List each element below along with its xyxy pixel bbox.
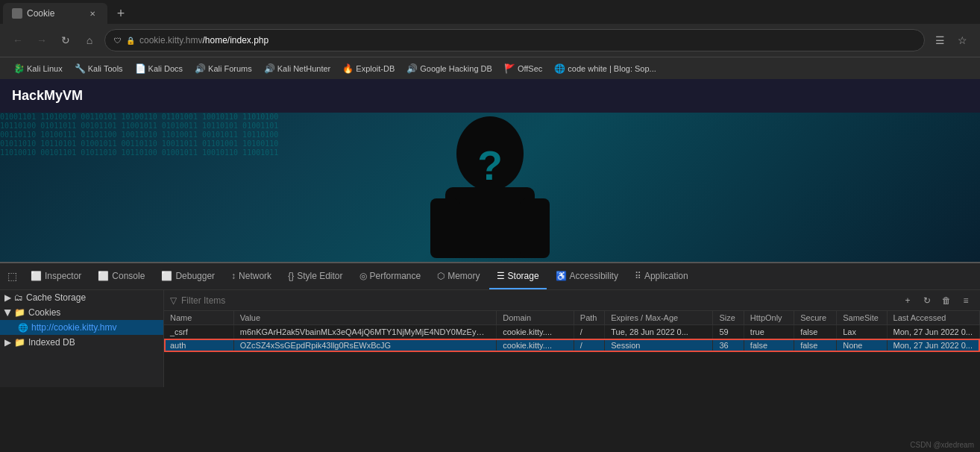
- table-cell: false: [744, 339, 794, 352]
- bookmark-offsec[interactable]: 🚩 OffSec: [500, 62, 547, 75]
- memory-icon: ⬡: [437, 271, 445, 281]
- tab-memory[interactable]: ⬡ Memory: [430, 263, 487, 289]
- lock-icon: 🔒: [126, 37, 135, 45]
- debugger-icon: ⬜: [161, 271, 172, 281]
- table-cell: auth: [164, 339, 233, 352]
- refresh-button[interactable]: ↻: [919, 292, 935, 309]
- tab-debugger[interactable]: ⬜ Debugger: [154, 263, 222, 289]
- folder-icon: 🗂: [14, 292, 23, 303]
- inspector-icon: ⬜: [31, 271, 42, 281]
- col-header-httponly: HttpOnly: [744, 311, 794, 325]
- application-icon: ⠿: [635, 271, 641, 281]
- site-title: HackMyVM: [12, 88, 83, 103]
- storage-main-panel: ▽ + ↻ 🗑 ≡ Name Value Domain: [164, 290, 980, 387]
- cookies-label: Cookies: [28, 307, 60, 318]
- svg-rect-2: [430, 198, 460, 258]
- tab-application[interactable]: ⠿ Application: [627, 263, 696, 289]
- indexed-db-folder-icon: 📁: [14, 337, 25, 348]
- table-cell: false: [794, 339, 837, 352]
- tab-network[interactable]: ↕ Network: [224, 263, 279, 289]
- col-header-samesite: SameSite: [837, 311, 887, 325]
- table-cell: cookie.kitty....: [497, 325, 574, 339]
- table-cell: 36: [713, 339, 744, 352]
- bookmark-label: Exploit-DB: [356, 64, 395, 73]
- bookmark-kali-docs[interactable]: 📄 Kali Docs: [131, 62, 187, 75]
- cookies-table-wrapper: Name Value Domain Path Expires / Max-Age…: [164, 311, 980, 387]
- table-row[interactable]: _csrfm6nKGArH2ak5VbainMLx3eQA4jQ6MTY1NjM…: [164, 325, 980, 339]
- security-icon: 🛡: [114, 37, 122, 45]
- bookmark-label: Kali Docs: [148, 64, 183, 73]
- bookmark-label: code white | Blog: Sop...: [568, 64, 656, 73]
- table-cell: OZcSZ4xSsGEpdRpik43llg0RsEWxBcJG: [233, 339, 496, 352]
- cookie-domain-label: http://cookie.kitty.hmv: [31, 322, 117, 333]
- new-tab-button[interactable]: +: [110, 3, 131, 24]
- storage-icon: ☰: [497, 271, 505, 281]
- sidebar-group-cache-storage[interactable]: ▶ 🗂 Cache Storage: [0, 290, 163, 305]
- devtools-toolbar: ⬚ ⬜ Inspector ⬜ Console ⬜ Debugger ↕ Net…: [0, 263, 980, 290]
- filter-columns-button[interactable]: ≡: [958, 292, 974, 309]
- delete-button[interactable]: 🗑: [938, 292, 955, 309]
- sidebar-group-indexed-db[interactable]: ▶ 📁 Indexed DB: [0, 335, 163, 350]
- globe-icon: 🌐: [18, 323, 28, 333]
- table-cell: m6nKGArH2ak5VbainMLx3eQA4jQ6MTY1NjMyMjE4…: [233, 325, 496, 339]
- back-button[interactable]: ←: [9, 31, 27, 49]
- code-white-icon: 🌐: [554, 63, 565, 74]
- sidebar-group-cookies[interactable]: ▶ 📁 Cookies: [0, 305, 163, 320]
- col-header-name: Name: [164, 311, 233, 325]
- cache-storage-label: Cache Storage: [26, 292, 86, 303]
- table-cell: cookie.kitty....: [497, 339, 574, 352]
- tab-storage[interactable]: ☰ Storage: [489, 263, 547, 289]
- reader-view-icon[interactable]: ☰: [931, 31, 949, 49]
- console-icon: ⬜: [98, 271, 109, 281]
- col-header-value: Value: [233, 311, 496, 325]
- tab-accessibility-label: Accessibility: [570, 271, 618, 281]
- kali-tools-icon: 🔧: [75, 63, 86, 74]
- google-hacking-icon: 🔊: [406, 63, 418, 74]
- kali-linux-icon: 🐉: [13, 63, 25, 74]
- filter-icon: ▽: [170, 295, 177, 306]
- tab-network-label: Network: [239, 271, 271, 281]
- tab-close-button[interactable]: ✕: [87, 7, 98, 19]
- sidebar-item-cookie-kitty-hmv[interactable]: 🌐 http://cookie.kitty.hmv: [0, 320, 163, 335]
- cookies-table: Name Value Domain Path Expires / Max-Age…: [164, 311, 980, 352]
- tab-inspector-label: Inspector: [45, 271, 81, 281]
- bookmark-kali-nethunter[interactable]: 🔊 Kali NetHunter: [260, 62, 336, 75]
- tab-performance[interactable]: ◎ Performance: [352, 263, 429, 289]
- bookmark-google-hacking[interactable]: 🔊 Google Hacking DB: [402, 62, 497, 75]
- forward-button[interactable]: →: [33, 31, 51, 49]
- bookmark-label: Google Hacking DB: [420, 64, 492, 73]
- col-header-secure: Secure: [794, 311, 837, 325]
- tab-inspector[interactable]: ⬜ Inspector: [23, 263, 89, 289]
- bookmark-code-white[interactable]: 🌐 code white | Blog: Sop...: [550, 62, 660, 75]
- bookmark-label: OffSec: [518, 64, 542, 73]
- bookmark-kali-forums[interactable]: 🔊 Kali Forums: [190, 62, 257, 75]
- devtools-panel: ⬚ ⬜ Inspector ⬜ Console ⬜ Debugger ↕ Net…: [0, 262, 980, 387]
- col-header-path: Path: [574, 311, 604, 325]
- bookmark-star-icon[interactable]: ☆: [953, 31, 971, 49]
- table-cell: 59: [713, 325, 744, 339]
- tab-console[interactable]: ⬜ Console: [90, 263, 152, 289]
- svg-text:?: ?: [477, 142, 503, 189]
- bookmark-exploit-db[interactable]: 🔥 Exploit-DB: [338, 62, 399, 75]
- reload-button[interactable]: ↻: [57, 31, 75, 49]
- url-bar[interactable]: 🛡 🔒 cookie.kitty.hmv/home/index.php: [104, 29, 925, 51]
- svg-rect-3: [520, 198, 550, 258]
- exploit-db-icon: 🔥: [342, 63, 354, 74]
- table-cell: /: [574, 339, 604, 352]
- filter-input[interactable]: [181, 295, 895, 306]
- home-button[interactable]: ⌂: [81, 31, 98, 49]
- col-header-size: Size: [713, 311, 744, 325]
- tab-memory-label: Memory: [447, 271, 480, 281]
- bookmark-kali-linux[interactable]: 🐉 Kali Linux: [9, 62, 67, 75]
- tab-accessibility[interactable]: ♿ Accessibility: [548, 263, 626, 289]
- site-header: HackMyVM: [0, 79, 980, 113]
- bookmark-kali-tools[interactable]: 🔧 Kali Tools: [70, 62, 128, 75]
- tab-style-editor[interactable]: {} Style Editor: [280, 263, 350, 289]
- add-cookie-button[interactable]: +: [899, 292, 916, 309]
- browser-tab[interactable]: Cookie ✕: [3, 3, 107, 24]
- page-content: HackMyVM 01001101 11010010 00110101 1010…: [0, 79, 980, 262]
- hero-background: 01001101 11010010 00110101 10100110 0110…: [0, 113, 980, 262]
- tab-pick-element[interactable]: ⬚: [3, 263, 22, 289]
- expand-icon: ▶: [4, 292, 11, 303]
- table-row[interactable]: authOZcSZ4xSsGEpdRpik43llg0RsEWxBcJGcook…: [164, 339, 980, 352]
